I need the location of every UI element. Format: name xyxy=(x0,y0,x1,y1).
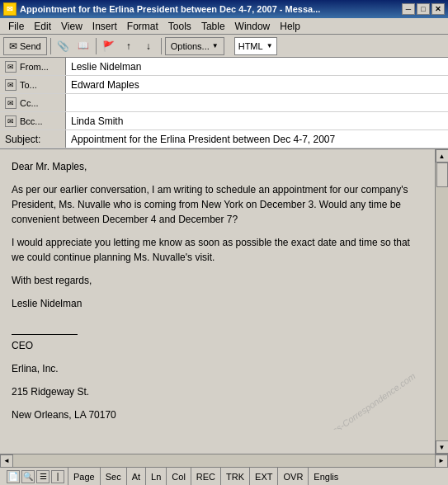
scroll-track xyxy=(436,162,448,440)
subject-label: Subject: xyxy=(0,130,66,148)
to-label: ✉ To... xyxy=(0,76,66,93)
from-row: ✉ From... Leslie Nidelman xyxy=(0,58,448,76)
send-label: Send xyxy=(20,41,41,51)
flag-button[interactable]: 🚩 xyxy=(100,37,118,55)
scroll-down-button[interactable]: ▼ xyxy=(436,440,449,454)
closing: With best regards, xyxy=(12,273,423,288)
sender-name: Leslie Nidelman xyxy=(12,296,423,311)
bcc-value[interactable]: Linda Smith xyxy=(66,112,448,129)
menu-insert[interactable]: Insert xyxy=(87,19,122,34)
subject-row: Subject: Appointment for the Erlina Pres… xyxy=(0,130,448,148)
paragraph1: As per our earlier conversation, I am wr… xyxy=(12,182,423,227)
paperclip-icon: 📎 xyxy=(57,40,69,52)
status-col: Col xyxy=(167,468,191,485)
paperclip-button[interactable]: 📎 xyxy=(54,37,73,55)
options-label: Options... xyxy=(171,41,210,51)
arrow-up-button[interactable]: ↑ xyxy=(120,37,138,55)
sig-address1: 215 Ridgeway St. xyxy=(12,384,423,399)
menu-window[interactable]: Window xyxy=(230,19,276,34)
status-language: Englis xyxy=(309,468,343,485)
paragraph2: I would appreciate you letting me know a… xyxy=(12,235,423,265)
from-value[interactable]: Leslie Nidelman xyxy=(66,58,448,75)
title-bar: ✉ Appointment for the Erlina President b… xyxy=(0,0,448,18)
menu-format[interactable]: Format xyxy=(122,19,163,34)
toolbar-sep-1 xyxy=(50,38,51,54)
options-arrow-icon: ▼ xyxy=(212,42,219,49)
greeting: Dear Mr. Maples, xyxy=(12,159,423,174)
cc-row: ✉ Cc... xyxy=(0,94,448,112)
send-button[interactable]: ✉ Send xyxy=(3,37,47,55)
scroll-right-button[interactable]: ► xyxy=(435,454,448,468)
window-title: Appointment for the Erlina President bet… xyxy=(20,4,320,14)
menu-view[interactable]: View xyxy=(56,19,87,34)
sig-company: Erlina, Inc. xyxy=(12,361,423,376)
address-icon: 📖 xyxy=(78,40,89,51)
menu-edit[interactable]: Edit xyxy=(29,19,56,34)
status-at: At xyxy=(127,468,146,485)
h-scroll-track xyxy=(13,454,435,467)
vertical-scrollbar[interactable]: ▲ ▼ xyxy=(435,149,448,454)
scroll-up-button[interactable]: ▲ xyxy=(436,149,449,162)
from-icon: ✉ xyxy=(5,61,17,73)
sig-title: CEO xyxy=(12,338,423,353)
toolbar-sep-3 xyxy=(161,38,162,54)
status-ovr: OVR xyxy=(278,468,309,485)
content-area: Dear Mr. Maples, As per our earlier conv… xyxy=(0,149,448,454)
bcc-label: ✉ Bcc... xyxy=(0,112,66,129)
minimize-button[interactable]: ─ xyxy=(402,3,415,15)
to-row: ✉ To... Edward Maples xyxy=(0,76,448,94)
html-label: HTML xyxy=(238,41,263,51)
status-ln: Ln xyxy=(146,468,167,485)
email-body-wrapper: Dear Mr. Maples, As per our earlier conv… xyxy=(0,149,435,454)
header-fields: ✉ From... Leslie Nidelman ✉ To... Edward… xyxy=(0,58,448,149)
title-bar-left: ✉ Appointment for the Erlina President b… xyxy=(3,2,320,16)
subject-value[interactable]: Appointment for the Erlina President bet… xyxy=(66,134,448,145)
cc-value[interactable] xyxy=(66,94,448,111)
status-rec: REC xyxy=(191,468,221,485)
menu-file[interactable]: File xyxy=(3,19,29,34)
body-content[interactable]: Dear Mr. Maples, As per our earlier conv… xyxy=(0,149,435,430)
menu-bar: File Edit View Insert Format Tools Table… xyxy=(0,18,448,35)
sig-address2: New Orleans, LA 70170 xyxy=(12,407,423,422)
options-button[interactable]: Options... ▼ xyxy=(165,37,224,55)
to-value[interactable]: Edward Maples xyxy=(66,76,448,93)
signature-separator xyxy=(12,334,78,335)
flag-icon: 🚩 xyxy=(102,40,115,52)
arrow-down-button[interactable]: ↓ xyxy=(139,37,158,55)
arrow-up-icon: ↑ xyxy=(126,40,131,52)
close-button[interactable]: ✕ xyxy=(431,3,445,15)
status-page: Page xyxy=(68,468,101,485)
status-icon-3[interactable]: ☰ xyxy=(36,470,50,483)
send-icon: ✉ xyxy=(9,40,17,52)
bcc-icon: ✉ xyxy=(5,115,17,127)
menu-table[interactable]: Table xyxy=(196,19,230,34)
status-ext: EXT xyxy=(250,468,278,485)
menu-tools[interactable]: Tools xyxy=(163,19,196,34)
status-icons: 📄 🔍 ☰ | xyxy=(3,468,68,485)
to-icon: ✉ xyxy=(5,79,17,91)
bcc-row: ✉ Bcc... Linda Smith xyxy=(0,112,448,130)
toolbar-icon-2[interactable]: 📖 xyxy=(74,37,92,55)
maximize-button[interactable]: □ xyxy=(417,3,430,15)
menu-help[interactable]: Help xyxy=(275,19,305,34)
app-icon: ✉ xyxy=(3,2,17,16)
status-icon-1[interactable]: 📄 xyxy=(7,470,20,483)
status-bar: 📄 🔍 ☰ | Page Sec At Ln Col REC TRK EXT xyxy=(0,467,448,485)
horizontal-scrollbar[interactable]: ◄ ► xyxy=(0,454,448,467)
cc-label: ✉ Cc... xyxy=(0,94,66,111)
app-window: ✉ Appointment for the Erlina President b… xyxy=(0,0,448,485)
scroll-left-button[interactable]: ◄ xyxy=(0,454,13,468)
arrow-down-icon: ↓ xyxy=(146,40,151,52)
toolbar-sep-2 xyxy=(96,38,97,54)
cc-icon: ✉ xyxy=(5,97,17,109)
scroll-thumb[interactable] xyxy=(436,162,448,187)
status-icon-2[interactable]: 🔍 xyxy=(21,470,35,483)
status-icon-4[interactable]: | xyxy=(51,470,64,483)
toolbar: ✉ Send 📎 📖 🚩 ↑ ↓ Options... ▼ HTML ▼ xyxy=(0,35,448,58)
html-dropdown-arrow-icon: ▼ xyxy=(266,42,273,49)
status-trk: TRK xyxy=(221,468,250,485)
html-dropdown[interactable]: HTML ▼ xyxy=(234,37,277,55)
title-controls: ─ □ ✕ xyxy=(402,3,445,15)
from-label: ✉ From... xyxy=(0,58,66,75)
status-sec: Sec xyxy=(101,468,127,485)
